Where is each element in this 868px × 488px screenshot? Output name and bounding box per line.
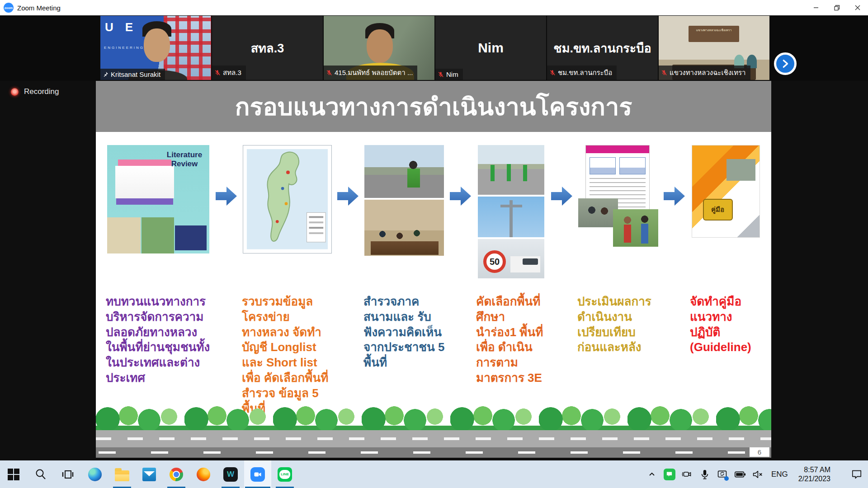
zoom-meeting-window: zoom Zoom Meeting UE ENGINEERING	[0, 0, 868, 488]
step-6: คู่มือ จัดทำคู่มือแนวทาง ปฏิบัติ (Guidel…	[690, 145, 761, 416]
participant-name: สทล.3	[223, 67, 241, 78]
road-survey-photo	[364, 145, 444, 198]
firefox-button[interactable]	[190, 460, 217, 488]
tray-camera[interactable]	[680, 467, 694, 482]
manual-cover-label: คู่มือ	[703, 199, 733, 221]
slide-title-banner: กรอบแนวทางการดำเนินงานโครงการ	[96, 81, 771, 132]
restore-button[interactable]	[826, 0, 847, 15]
webex-logo-letter: W	[227, 470, 234, 479]
literature-review-label: Literature Review	[164, 150, 205, 169]
taskbar-apps: W LINE	[0, 460, 298, 488]
arrow-icon	[551, 185, 573, 416]
participant-name: ชม.ขท.ลานกระบือ	[558, 67, 612, 78]
firefox-icon	[197, 468, 210, 481]
participant-name-bar: ชม.ขท.ลานกระบือ	[547, 66, 617, 80]
notification-center-button[interactable]	[850, 467, 863, 482]
road-posts-photo	[478, 145, 544, 195]
recording-label: Recording	[24, 87, 59, 96]
battery-icon	[734, 470, 746, 479]
step-1-caption: ทบทวนแนวทางการบริหารจัดการความปลอดภัยทาง…	[106, 294, 211, 386]
chrome-button[interactable]	[163, 460, 190, 488]
speed-sign-photo: 50	[478, 239, 544, 278]
tray-date: 2/21/2023	[798, 474, 830, 483]
step-1: Literature Review ทบทวนแนวทางการบริหารจั…	[106, 145, 211, 416]
participant-name-bar: 415.มนพัทธ์ พลอยบัตตา ...	[324, 66, 417, 80]
zoom-taskbar-button[interactable]	[244, 460, 271, 488]
close-button[interactable]	[847, 0, 868, 15]
muted-mic-icon	[549, 70, 556, 76]
participant-tile-lankrabue[interactable]: ชม.ขท.ลานกระบือ ชม.ขท.ลานกระบือ	[547, 16, 658, 80]
participant-name-bar: Kritsanat Surakit	[100, 69, 165, 80]
zoom-icon	[250, 467, 265, 482]
muted-mic-icon	[326, 70, 332, 76]
clock[interactable]: 8:57 AM 2/21/2023	[795, 465, 834, 483]
webex-icon: W	[223, 467, 238, 482]
car-graphic	[523, 258, 538, 265]
tray-volume-muted[interactable]	[751, 467, 764, 482]
participant-tile-chachoengsao[interactable]: แขวงทางหลวงฉะเชิงเทรา แขวงทางหลวงฉะเชิงเ…	[659, 16, 769, 80]
process-steps-row: Literature Review ทบทวนแนวทางการบริหารจั…	[106, 145, 761, 416]
arrow-icon	[664, 185, 685, 416]
recording-dot-icon	[11, 88, 19, 96]
muted-mic-icon	[661, 70, 667, 76]
line-button[interactable]: LINE	[271, 460, 298, 488]
tray-battery[interactable]	[733, 467, 747, 482]
step-4-caption: คัดเลือกพื้นที่ศึกษา นำร่อง1 พื้นที่ เพื…	[476, 294, 546, 386]
cast-status-dot	[724, 476, 729, 481]
title-bar: zoom Zoom Meeting	[0, 0, 868, 15]
file-explorer-icon	[115, 470, 129, 481]
camera-icon	[681, 469, 693, 480]
task-view-icon	[61, 468, 74, 481]
thailand-map-graphic	[243, 145, 331, 253]
step-1-image-area: Literature Review	[106, 145, 211, 294]
start-button[interactable]	[0, 460, 27, 488]
file-explorer-button[interactable]	[108, 460, 136, 488]
mail-button[interactable]	[136, 460, 163, 488]
next-participants-button[interactable]	[774, 52, 797, 75]
public-hearing-photo	[364, 200, 444, 256]
participant-tile-415[interactable]: 415.มนพัทธ์ พลอยบัตตา ...	[324, 16, 434, 80]
participant-tile-sorthor3[interactable]: สทล.3 สทล.3	[212, 16, 323, 80]
presentation-slide: กรอบแนวทางการดำเนินงานโครงการ Literature…	[96, 81, 771, 458]
line-icon: LINE	[278, 467, 292, 482]
tray-cast[interactable]	[716, 467, 729, 482]
chevron-up-icon	[648, 471, 656, 478]
language-indicator[interactable]: ENG	[769, 470, 791, 479]
zoom-app-icon: zoom	[4, 3, 14, 13]
road-pole-photo	[478, 197, 544, 237]
tray-chat-app[interactable]	[663, 467, 676, 482]
step-3: สำรวจภาคสนามและ รับฟังความคิดเห็น จากประ…	[363, 145, 445, 416]
minimize-button[interactable]	[806, 0, 826, 15]
recording-indicator[interactable]: Recording	[11, 87, 59, 96]
participant-name-bar: แขวงทางหลวงฉะเชิงเทรา	[659, 66, 750, 80]
tray-chevron-up[interactable]	[645, 467, 659, 482]
search-icon	[34, 468, 47, 481]
interview-photo	[613, 209, 658, 247]
webex-button[interactable]: W	[217, 460, 244, 488]
task-view-button[interactable]	[54, 460, 81, 488]
windows-logo-icon	[8, 469, 19, 480]
step-5-image-area	[577, 145, 659, 294]
edge-button[interactable]	[81, 460, 108, 488]
video-strip: UE ENGINEERING Kritsanat Surakit สทล.3 ส…	[0, 15, 868, 81]
microphone-icon	[700, 469, 710, 480]
tray-microphone[interactable]	[698, 467, 712, 482]
muted-mic-icon	[438, 71, 444, 78]
speed-limit-sign: 50	[483, 250, 506, 273]
step-6-caption: จัดทำคู่มือแนวทาง ปฏิบัติ (Guideline)	[690, 294, 761, 355]
field-survey-photos	[364, 145, 444, 256]
notification-icon	[851, 469, 862, 480]
participant-tile-nim[interactable]: Nim Nim	[435, 16, 546, 80]
chart-graphic	[590, 157, 616, 174]
participant-name-bar: Nim	[435, 69, 463, 80]
document-header-bar	[586, 145, 649, 153]
step-4: 50 คัดเลือกพื้นที่ศึกษา นำร่อง1 พื้นที่ …	[476, 145, 546, 416]
window-controls	[806, 0, 868, 15]
participant-name: Nim	[446, 70, 458, 78]
mail-icon	[142, 468, 156, 481]
restore-icon	[834, 5, 840, 11]
participant-tile-kritsanat[interactable]: UE ENGINEERING Kritsanat Surakit	[100, 16, 211, 80]
road-dashed-line	[96, 437, 771, 440]
minimize-icon	[813, 5, 819, 10]
search-button[interactable]	[27, 460, 54, 488]
